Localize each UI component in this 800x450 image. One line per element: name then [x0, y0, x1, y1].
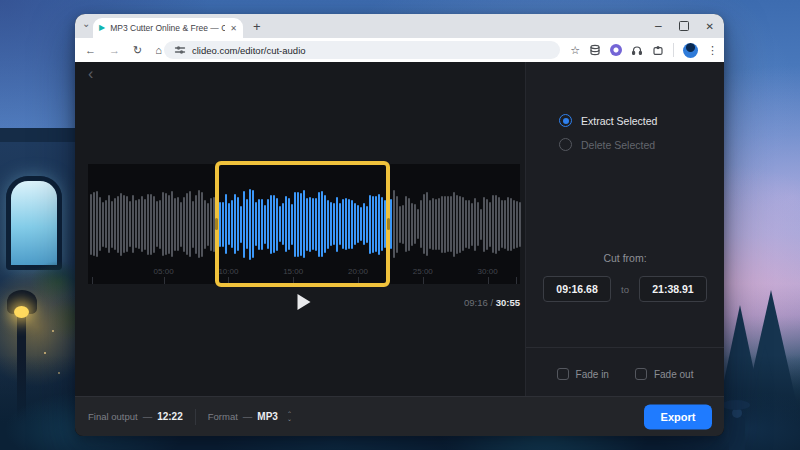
waveform-bar — [510, 198, 512, 251]
format-group[interactable]: Format — MP3 ⌃ ⌄ — [208, 411, 292, 422]
wallpaper-lamp-bulb — [14, 306, 29, 318]
radio-icon — [559, 114, 572, 127]
selection-right-handle[interactable] — [387, 218, 390, 230]
waveform-bar — [516, 201, 518, 248]
waveform-bar — [477, 202, 479, 246]
window-controls: – ✕ — [655, 14, 714, 38]
waveform-bar — [192, 201, 194, 248]
waveform-bar — [180, 202, 182, 247]
waveform-bar — [474, 198, 476, 251]
ruler-tick — [516, 277, 517, 284]
time-separator: / — [488, 297, 496, 308]
minimize-button[interactable]: – — [655, 19, 662, 33]
waveform-bar — [411, 203, 413, 246]
extension-headphones-icon[interactable] — [631, 44, 643, 56]
waveform-bar — [117, 196, 119, 253]
current-time: 09:16 — [464, 297, 488, 308]
profile-avatar[interactable] — [683, 43, 698, 58]
ruler-tick — [92, 277, 93, 284]
toolbar-right-icons: ☆ — [570, 38, 718, 62]
close-button[interactable]: ✕ — [706, 21, 714, 32]
waveform-bar — [480, 209, 482, 240]
browser-tab[interactable]: ▶ MP3 Cutter Online & Free — C ✕ — [93, 18, 243, 38]
new-tab-button[interactable]: + — [253, 14, 261, 38]
format-stepper[interactable]: ⌃ ⌄ — [287, 412, 292, 422]
waveform-bar — [135, 200, 137, 248]
selection-frame[interactable] — [215, 161, 390, 287]
waveform-panel[interactable]: 05:0010:0015:0020:0025:0030:00 — [88, 164, 520, 284]
waveform-bar — [186, 193, 188, 255]
stepper-down-icon[interactable]: ⌄ — [287, 417, 292, 422]
bookmark-star-icon[interactable]: ☆ — [570, 44, 580, 57]
waveform-bar — [432, 198, 434, 250]
waveform-bar — [504, 200, 506, 249]
waveform-bar — [441, 196, 443, 253]
extension-purple-icon[interactable] — [610, 44, 622, 56]
waveform-bar — [114, 198, 116, 250]
waveform-bar — [414, 204, 416, 244]
radio-delete-selected[interactable]: Delete Selected — [559, 138, 655, 151]
waveform-bar — [165, 193, 167, 255]
toolbar-divider — [673, 43, 674, 57]
clideo-favicon-play-icon: ▶ — [99, 24, 105, 32]
reload-icon[interactable]: ↻ — [133, 44, 142, 57]
waveform-bar — [450, 196, 452, 252]
waveform-bar — [468, 200, 470, 249]
waveform-bar — [501, 200, 503, 248]
fade-in-checkbox[interactable]: Fade in — [557, 368, 609, 380]
ruler-tick — [488, 277, 489, 284]
browser-menu-icon[interactable]: ⋮ — [707, 44, 718, 57]
extensions-puzzle-icon[interactable] — [652, 44, 664, 56]
waveform-bar — [207, 203, 209, 246]
tab-close-icon[interactable]: ✕ — [230, 24, 237, 33]
waveform-bar — [456, 195, 458, 254]
selection-left-handle[interactable] — [215, 218, 218, 230]
url-text[interactable]: clideo.com/editor/cut-audio — [192, 45, 306, 56]
waveform-bar — [147, 194, 149, 255]
waveform-bar — [423, 194, 425, 254]
waveform-bar — [156, 201, 158, 247]
waveform-bar — [405, 196, 407, 252]
home-icon[interactable]: ⌂ — [155, 44, 162, 56]
tab-strip: ⌄ ▶ MP3 Cutter Online & Free — C ✕ + – ✕ — [75, 14, 724, 38]
waveform-bar — [453, 192, 455, 257]
clideo-editor-page: ‹ 05:0010:0015:0020:0025:0030:00 09:16 /… — [75, 62, 724, 436]
waveform-bar — [429, 200, 431, 249]
editor-back-button[interactable]: ‹ — [88, 65, 93, 83]
waveform-bar — [483, 197, 485, 252]
play-button[interactable] — [298, 294, 311, 310]
site-info-icon[interactable] — [174, 44, 186, 56]
radio-extract-selected[interactable]: Extract Selected — [559, 114, 657, 127]
waveform-bar — [90, 194, 92, 255]
waveform-bar — [108, 195, 110, 253]
waveform-bar — [420, 200, 422, 248]
editor-side-panel: Extract Selected Delete Selected Cut fro… — [525, 62, 724, 397]
waveform-bar — [399, 206, 401, 243]
waveform-bar — [105, 200, 107, 248]
wallpaper-spark — [52, 330, 54, 332]
waveform-bar — [492, 195, 494, 253]
back-icon[interactable]: ← — [85, 44, 96, 56]
radio-icon — [559, 138, 572, 151]
tab-search-chevron-icon[interactable]: ⌄ — [82, 18, 90, 29]
final-output-value: 12:22 — [157, 411, 183, 422]
forward-icon[interactable]: → — [109, 44, 120, 56]
cut-end-input[interactable]: 21:38.91 — [639, 276, 707, 302]
waveform-bar — [396, 196, 398, 253]
fade-options-row: Fade in Fade out — [526, 368, 724, 380]
to-label: to — [621, 284, 629, 295]
maximize-button[interactable] — [679, 21, 689, 31]
waveform-bar — [417, 209, 419, 239]
waveform-bar — [447, 196, 449, 252]
waveform-bar — [195, 195, 197, 254]
fade-out-checkbox[interactable]: Fade out — [635, 368, 693, 380]
ruler-tick — [423, 277, 424, 284]
address-bar[interactable]: clideo.com/editor/cut-audio — [164, 41, 560, 59]
cut-start-input[interactable]: 09:16.68 — [543, 276, 611, 302]
waveform-bar — [153, 196, 155, 253]
export-button[interactable]: Export — [644, 404, 712, 429]
format-label: Format — [208, 411, 238, 422]
extension-database-icon[interactable] — [589, 44, 601, 56]
transport-bar: 09:16 / 30:55 — [88, 288, 520, 316]
waveform-bar — [201, 192, 203, 257]
